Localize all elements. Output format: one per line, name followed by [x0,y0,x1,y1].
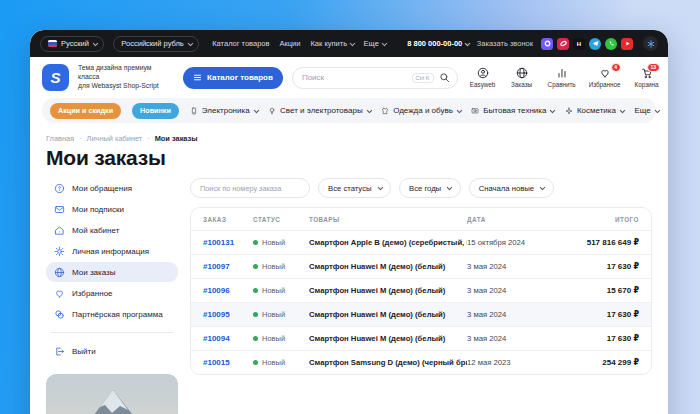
topbar-link-more[interactable]: Еще [364,39,386,48]
webasyst-logo-icon[interactable] [643,36,658,51]
order-total: 517 816 649 ₽ [555,238,639,247]
category-clothes[interactable]: Одежда и обувь [381,106,460,115]
youtube-icon[interactable] [621,38,633,50]
search-icon[interactable] [439,72,450,83]
sort-select[interactable]: Сначала новые [469,178,554,198]
order-search-input[interactable] [190,178,310,198]
gear-icon [54,246,65,257]
order-total: 254 299 ₽ [555,358,639,367]
order-link[interactable]: #10094 [203,334,253,343]
mountain-photo-illustration [46,374,178,414]
store-tagline: Тема дизайна премиум класса для Webasyst… [78,64,174,90]
person-circle-icon [477,67,489,79]
sidebar-item-dashboard[interactable]: Мой кабинет [46,220,178,240]
sparkle-icon [565,107,573,115]
order-row[interactable]: #10097 Новый Смартфон Huawei M (демо) (б… [191,254,651,278]
social-ellipse-icon[interactable] [557,38,569,50]
status-filter-select[interactable]: Все статусы [318,178,391,198]
order-products: Смартфон Huawei M (демо) (белый) [309,286,467,295]
tv-icon [471,107,479,115]
social-links: Н [541,38,633,50]
category-nav: Акции и скидки Новинки Электроника Свет … [42,98,656,123]
orders-table: Заказ Статус Товары Дата Итого #100131 Н… [190,207,652,375]
question-circle-icon [54,183,65,194]
search-box[interactable]: Ctrl K [292,67,458,89]
order-link[interactable]: #100131 [203,238,253,247]
store-logo[interactable]: S [42,64,69,91]
order-link[interactable]: #10096 [203,286,253,295]
category-electronics[interactable]: Электроника [190,106,257,115]
sidebar-item-personal-info[interactable]: Личная информация [46,241,178,261]
search-input[interactable] [302,73,407,82]
category-cosmetics[interactable]: Косметика [565,106,624,115]
chevron-down-icon [540,185,545,190]
order-link[interactable]: #10015 [203,358,253,367]
heart-icon [599,67,611,79]
callback-link[interactable]: Заказать звонок [477,39,533,48]
chevron-down-icon [367,107,372,112]
order-row[interactable]: #10094 Новый Смартфон Huawei M (демо) (б… [191,326,651,350]
order-total: 15 670 ₽ [555,286,639,295]
social-h-icon[interactable]: Н [573,38,585,50]
order-products: Смартфон Apple B (демо) (серебристый, 64… [309,238,467,247]
order-status: Новый [253,310,309,319]
sidebar-item-orders[interactable]: Мои заказы [46,262,178,282]
cart-badge: 13 [647,63,660,72]
order-total: 17 630 ₽ [555,262,639,271]
account-menu-item[interactable]: Easyweb [470,67,496,88]
phone-number[interactable]: 8 800 000-00-00 [407,39,469,48]
order-row[interactable]: #10015 Новый Смартфон Samsung D (демо) (… [191,350,651,374]
order-date: 3 мая 2024 [467,310,555,319]
chevron-down-icon [254,107,259,112]
social-ring-icon[interactable] [541,38,553,50]
sidebar-item-requests[interactable]: Мои обращения [46,178,178,198]
category-light[interactable]: Свет и электротовары [268,106,370,115]
cart-menu-item[interactable]: 13 Корзина [634,67,660,88]
order-status: Новый [253,262,309,271]
favorites-badge: 4 [611,63,621,72]
heart-icon [54,288,65,299]
sale-pill[interactable]: Акции и скидки [50,103,121,119]
order-link[interactable]: #10095 [203,310,253,319]
compare-menu-item[interactable]: Сравнить [548,67,576,88]
chevron-down-icon [377,185,382,190]
order-status: Новый [253,334,309,343]
order-row[interactable]: #10096 Новый Смартфон Huawei M (демо) (б… [191,278,651,302]
mail-icon [54,204,65,215]
breadcrumb-home[interactable]: Главная [46,134,74,143]
chevron-down-icon [93,40,98,45]
currency-label: Российский рубль [121,39,183,48]
topbar-link-catalog[interactable]: Каталог товаров [212,39,269,48]
order-status: Новый [253,358,309,367]
telegram-icon[interactable] [589,38,601,50]
topbar-link-promos[interactable]: Акции [280,39,301,48]
status-dot-icon [253,312,258,317]
breadcrumb-account[interactable]: Личный кабинет [87,134,143,143]
logout-icon [54,346,65,357]
new-pill[interactable]: Новинки [132,103,179,119]
page-title: Мои заказы [46,146,652,170]
favorites-menu-item[interactable]: 4 Избранное [589,67,621,88]
whatsapp-icon[interactable] [605,38,617,50]
sidebar-item-favorites[interactable]: Избранное [46,283,178,303]
orders-menu-item[interactable]: Заказы [509,67,535,88]
order-link[interactable]: #10097 [203,262,253,271]
order-total: 17 630 ₽ [555,334,639,343]
chevron-down-icon [350,40,355,45]
utility-topbar: Русский Российский рубль Каталог товаров… [30,30,668,57]
order-date: 12 мая 2023 [467,358,555,367]
topbar-link-how-to-buy[interactable]: Как купить [310,39,353,48]
sidebar-item-partner-program[interactable]: Партнёрская программа [46,304,178,324]
topbar-links: Каталог товаров Акции Как купить Еще [212,39,385,48]
category-more[interactable]: Еще [634,106,658,115]
order-row[interactable]: #100131 Новый Смартфон Apple B (демо) (с… [191,230,651,254]
sidebar-item-subscriptions[interactable]: Мои подписки [46,199,178,219]
year-filter-select[interactable]: Все годы [399,178,461,198]
order-row[interactable]: #10095 Новый Смартфон Huawei M (демо) (б… [191,302,651,326]
language-selector[interactable]: Русский [40,36,104,52]
category-appliances[interactable]: Бытовая техника [471,106,554,115]
sidebar-logout[interactable]: Выйти [46,341,178,361]
currency-selector[interactable]: Российский рубль [113,36,199,52]
catalog-button[interactable]: Каталог товаров [183,67,283,89]
order-total: 17 630 ₽ [555,310,639,319]
